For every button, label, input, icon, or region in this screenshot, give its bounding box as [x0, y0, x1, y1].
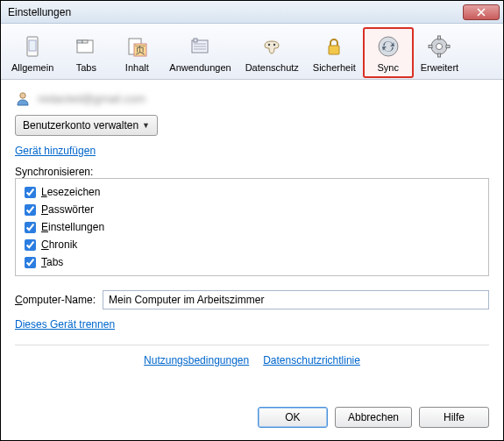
checkbox-bookmarks[interactable] [25, 187, 36, 198]
computer-name-label: Computer-Name: [15, 294, 96, 306]
computer-name-row: Computer-Name: [15, 290, 489, 309]
close-icon [477, 8, 486, 17]
svg-rect-19 [438, 36, 441, 39]
svg-rect-4 [82, 40, 88, 43]
svg-point-23 [20, 93, 25, 98]
terms-link[interactable]: Nutzungsbedingungen [144, 354, 249, 366]
sync-section: Synchronisieren: Lesezeichen Passwörter … [15, 166, 489, 276]
checkbox-tabs[interactable] [25, 257, 36, 268]
svg-rect-9 [194, 39, 197, 42]
disconnect-device-link[interactable]: Dieses Gerät trennen [15, 318, 115, 331]
svg-point-16 [379, 37, 398, 56]
sync-icon [374, 32, 402, 60]
checkbox-history[interactable] [25, 239, 36, 251]
tab-advanced[interactable]: Erweitert [414, 27, 465, 78]
tab-privacy[interactable]: Datenschutz [238, 27, 306, 78]
general-icon [18, 32, 46, 60]
tab-tabs[interactable]: Tabs [60, 27, 111, 78]
checkbox-label: Einstellungen [41, 221, 104, 233]
svg-rect-3 [77, 40, 82, 43]
svg-rect-15 [329, 46, 339, 54]
check-tabs: Tabs [25, 256, 479, 268]
computer-name-input[interactable] [103, 290, 489, 309]
checkbox-label: Chronik [41, 238, 77, 251]
svg-rect-1 [29, 40, 36, 51]
tab-content[interactable]: 页 Inhalt [111, 27, 162, 78]
content-icon: 页 [123, 32, 151, 60]
dialog-buttons: OK Abbrechen Hilfe [1, 398, 503, 440]
svg-rect-21 [429, 45, 432, 47]
privacy-icon [258, 32, 286, 60]
tab-label: Sicherheit [313, 62, 356, 73]
svg-point-18 [437, 43, 443, 49]
sync-heading: Synchronisieren: [15, 166, 489, 178]
ok-button[interactable]: OK [258, 407, 328, 428]
tab-label: Erweitert [421, 62, 458, 73]
manage-account-label: Benutzerkonto verwalten [23, 119, 138, 132]
check-bookmarks: Lesezeichen [25, 186, 479, 198]
titlebar: Einstellungen [1, 1, 503, 24]
sync-checkbox-group: Lesezeichen Passwörter Einstellungen Chr… [15, 178, 489, 276]
applications-icon [186, 32, 214, 60]
tabs-icon [72, 32, 100, 60]
tab-label: Allgemein [11, 62, 53, 73]
svg-point-14 [273, 43, 275, 45]
toolbar: Allgemein Tabs 页 Inhalt Anwendungen Date… [1, 24, 503, 80]
checkbox-label: Passwörter [41, 203, 94, 216]
svg-rect-22 [446, 45, 450, 47]
checkbox-settings[interactable] [25, 222, 36, 233]
check-history: Chronik [25, 238, 479, 251]
check-passwords: Passwörter [25, 203, 479, 216]
content-area: redacted@gmail.com Benutzerkonto verwalt… [1, 80, 503, 398]
window-title: Einstellungen [8, 6, 463, 18]
close-button[interactable] [463, 4, 500, 20]
tab-general[interactable]: Allgemein [4, 27, 60, 78]
manage-account-button[interactable]: Benutzerkonto verwalten ▼ [15, 115, 158, 136]
tab-label: Datenschutz [245, 62, 299, 73]
tab-sync[interactable]: Sync [363, 27, 414, 78]
tab-label: Tabs [76, 62, 96, 73]
cancel-button[interactable]: Abbrechen [335, 407, 412, 428]
help-button[interactable]: Hilfe [419, 407, 489, 428]
add-device-link[interactable]: Gerät hinzufügen [15, 145, 96, 157]
chevron-down-icon: ▼ [142, 121, 150, 130]
svg-point-13 [268, 43, 270, 45]
privacy-link[interactable]: Datenschutzrichtlinie [263, 354, 360, 366]
checkbox-label: Tabs [41, 256, 63, 268]
user-email: redacted@gmail.com [38, 92, 146, 105]
checkbox-passwords[interactable] [25, 204, 36, 216]
tab-applications[interactable]: Anwendungen [162, 27, 238, 78]
lock-icon [320, 32, 348, 60]
checkbox-label: Lesezeichen [41, 186, 100, 198]
settings-window: Einstellungen Allgemein Tabs 页 Inhalt [0, 0, 504, 441]
svg-rect-20 [438, 53, 441, 57]
check-settings: Einstellungen [25, 221, 479, 233]
footer-links: Nutzungsbedingungen Datenschutzrichtlini… [15, 345, 489, 366]
tab-label: Sync [378, 62, 399, 73]
tab-label: Anwendungen [169, 62, 231, 73]
svg-text:页: 页 [135, 44, 146, 56]
user-row: redacted@gmail.com [15, 90, 489, 106]
user-icon [15, 90, 31, 106]
gear-icon [425, 32, 453, 60]
tab-security[interactable]: Sicherheit [306, 27, 363, 78]
tab-label: Inhalt [125, 62, 149, 73]
